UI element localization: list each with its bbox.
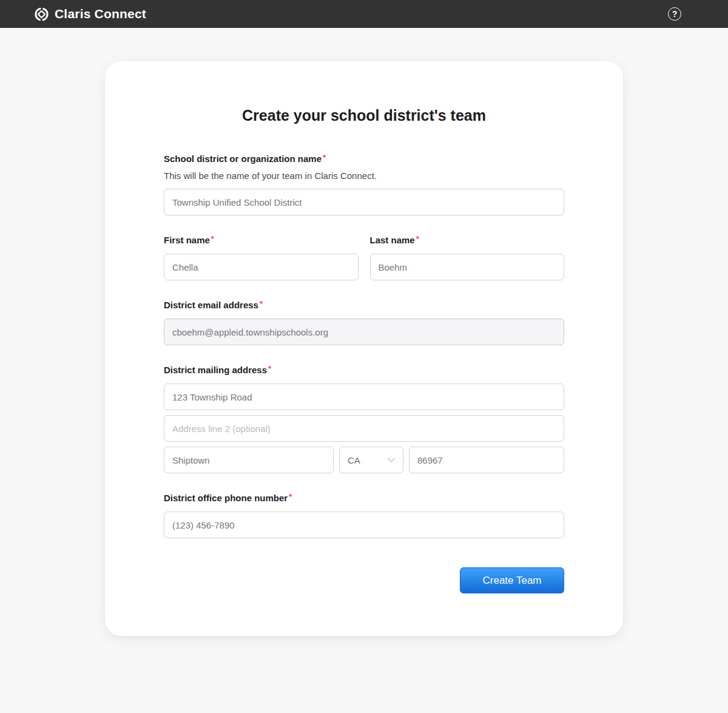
create-team-button[interactable]: Create Team	[460, 567, 564, 593]
phone-input[interactable]	[164, 512, 564, 538]
last-name-input[interactable]	[370, 254, 565, 280]
first-name-input[interactable]	[164, 254, 359, 280]
name-fields-group: First name* Last name*	[164, 235, 564, 280]
claris-logo-icon	[35, 7, 49, 21]
required-asterisk: *	[323, 153, 326, 162]
state-selected-value: CA	[348, 455, 360, 465]
org-name-input[interactable]	[164, 189, 564, 215]
org-name-label: School district or organization name	[164, 154, 322, 164]
org-name-field-group: School district or organization name* Th…	[164, 154, 564, 215]
help-icon[interactable]: ?	[668, 7, 681, 21]
email-label: District email address	[164, 300, 258, 310]
mailing-address-label: District mailing address	[164, 365, 267, 375]
required-asterisk: *	[260, 299, 263, 308]
first-name-field: First name*	[164, 235, 359, 280]
first-name-label: First name	[164, 235, 210, 245]
brand-name: Claris Connect	[55, 7, 146, 21]
city-input[interactable]	[164, 447, 334, 473]
email-field-group: District email address*	[164, 300, 564, 345]
address-line1-input[interactable]	[164, 384, 564, 410]
org-name-help-text: This will be the name of your team in Cl…	[164, 171, 564, 181]
mailing-address-group: District mailing address* CA	[164, 365, 564, 473]
email-input	[164, 319, 564, 345]
chevron-down-icon	[387, 458, 396, 463]
top-navbar: Claris Connect ?	[0, 0, 728, 28]
required-asterisk: *	[416, 234, 419, 243]
address-line2-input[interactable]	[164, 415, 564, 442]
required-asterisk: *	[268, 364, 271, 373]
create-team-card: Create your school district's team Schoo…	[105, 61, 623, 636]
zip-input[interactable]	[409, 447, 564, 473]
last-name-label: Last name	[370, 235, 415, 245]
last-name-field: Last name*	[370, 235, 565, 280]
state-select[interactable]: CA	[339, 447, 403, 473]
page-title: Create your school district's team	[164, 107, 564, 124]
brand: Claris Connect	[35, 7, 146, 21]
phone-field-group: District office phone number*	[164, 493, 564, 538]
phone-label: District office phone number	[164, 493, 288, 503]
required-asterisk: *	[211, 234, 214, 243]
required-asterisk: *	[289, 492, 292, 501]
